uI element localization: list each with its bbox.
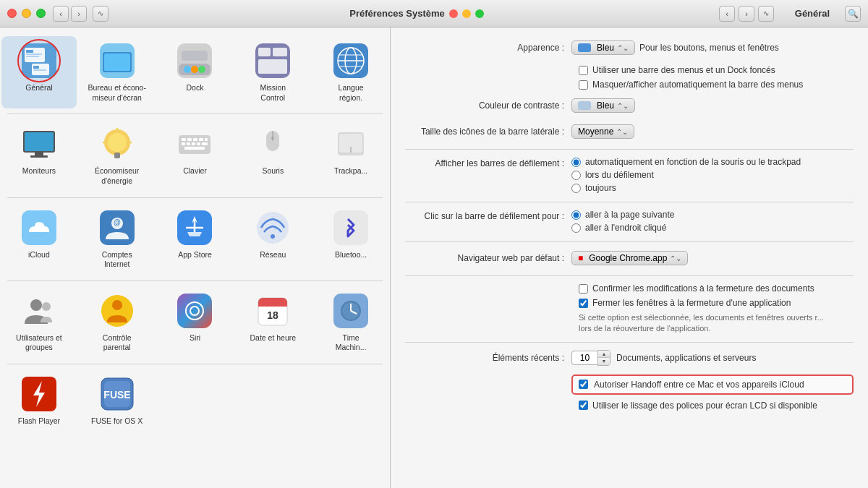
navigateur-control: ■ Google Chrome.app ⌃⌄ xyxy=(571,251,854,265)
svg-point-69 xyxy=(112,300,122,310)
confirmer-checkbox[interactable] xyxy=(579,284,588,294)
handoff-checkbox[interactable] xyxy=(579,380,588,389)
sidebar-item-flash[interactable]: Flash Player xyxy=(1,369,77,432)
defilement-radio-always-input[interactable] xyxy=(571,184,581,193)
controle-label: Contrôleparental xyxy=(103,333,132,353)
divider-2 xyxy=(7,197,383,198)
stepper-down-button[interactable]: ▼ xyxy=(598,358,610,365)
contraste-dropdown[interactable]: Bleu ⌃⌄ xyxy=(571,98,635,113)
svg-rect-30 xyxy=(30,155,48,158)
grid-view-button[interactable]: ∿ xyxy=(93,6,109,22)
panel-title: Général xyxy=(783,8,841,19)
reseau-label: Réseau xyxy=(260,250,286,260)
separator-5 xyxy=(405,342,854,343)
svg-rect-75 xyxy=(258,302,287,307)
sidebar-item-souris[interactable]: Souris xyxy=(235,119,310,192)
defilement-radio-always: toujours xyxy=(571,183,801,193)
sidebar-item-comptes[interactable]: @ ComptesInternet xyxy=(80,203,155,275)
back-button[interactable]: ‹ xyxy=(53,6,69,22)
economiseur-label: Économiseurd'énergie xyxy=(95,166,139,186)
fermer-checkbox[interactable] xyxy=(579,299,588,308)
svg-rect-47 xyxy=(197,142,200,145)
sidebar-item-clavier[interactable]: Clavier xyxy=(158,119,233,192)
svg-rect-48 xyxy=(202,142,208,145)
economiseur-icon xyxy=(98,125,136,163)
clic-row: Clic sur la barre de défilement pour : a… xyxy=(405,210,854,233)
defilement-label: Afficher les barres de défilement : xyxy=(405,157,571,168)
sidebar-item-appstore[interactable]: App Store xyxy=(158,203,233,275)
elements-stepper: 10 ▲ ▼ xyxy=(571,350,610,366)
svg-rect-3 xyxy=(26,53,42,55)
sidebar-item-utilisateurs[interactable]: Utilisateurs etgroupes xyxy=(1,286,77,359)
apparence-value: Bleu xyxy=(597,43,614,53)
defilement-row: Afficher les barres de défilement : auto… xyxy=(405,157,854,193)
sidebar-item-trackpad[interactable]: Trackpa... xyxy=(313,119,388,192)
navigateur-dropdown[interactable]: ■ Google Chrome.app ⌃⌄ xyxy=(571,251,688,265)
sidebar-item-general[interactable]: Général xyxy=(1,36,77,108)
separator-3 xyxy=(405,241,854,242)
taille-dropdown[interactable]: Moyenne ⌃⌄ xyxy=(571,124,634,139)
lissage-label: Utiliser le lissage des polices pour écr… xyxy=(592,401,817,411)
sidebar-item-economiseur[interactable]: Économiseurd'énergie xyxy=(80,119,155,192)
svg-point-64 xyxy=(271,234,275,239)
clic-radio-endroit-input[interactable] xyxy=(571,223,581,233)
right-nav: ‹ › ∿ Général 🔍 xyxy=(719,6,861,22)
search-button[interactable]: 🔍 xyxy=(845,6,861,22)
auto-hide-checkbox[interactable] xyxy=(579,80,588,90)
sidebar-item-controle[interactable]: Contrôleparental xyxy=(80,286,155,359)
sidebar-item-moniteurs[interactable]: Moniteurs xyxy=(1,119,77,192)
divider-3 xyxy=(7,281,383,281)
svg-rect-10 xyxy=(104,53,130,71)
sidebar-item-bureau[interactable]: Bureau et écono-miseur d'écran xyxy=(80,36,155,108)
dark-menubar-checkbox[interactable] xyxy=(579,66,588,75)
svg-rect-43 xyxy=(205,138,208,141)
clic-radio-page-input[interactable] xyxy=(571,210,581,220)
elements-row: Éléments récents : 10 ▲ ▼ Documents, app… xyxy=(405,350,854,366)
right-grid-button[interactable]: ∿ xyxy=(758,6,774,22)
forward-button[interactable]: › xyxy=(71,6,87,22)
contraste-value: Bleu xyxy=(597,100,614,111)
taille-arrow: ⌃⌄ xyxy=(616,128,628,136)
defilement-radio-auto-input[interactable] xyxy=(571,158,581,167)
sidebar-item-reseau[interactable]: Réseau xyxy=(235,203,310,275)
sidebar-item-siri[interactable]: Siri xyxy=(158,286,233,359)
general-label: Général xyxy=(25,83,52,93)
dark-menubar-label: Utiliser une barre des menus et un Dock … xyxy=(592,65,775,75)
defilement-radio-auto: automatiquement en fonction de la souris… xyxy=(571,157,801,167)
elements-label: Éléments récents : xyxy=(405,353,571,363)
clavier-label: Clavier xyxy=(183,166,207,176)
sidebar-item-langue[interactable]: Languerégion. xyxy=(313,36,388,108)
sidebar-item-fuse[interactable]: FUSE FUSE for OS X xyxy=(80,369,155,432)
sidebar-item-dock[interactable]: Dock xyxy=(158,36,233,108)
right-forward-button[interactable]: › xyxy=(739,6,754,22)
defilement-radio-scroll-input[interactable] xyxy=(571,171,581,180)
fuse-icon: FUSE xyxy=(98,375,136,413)
divider-4 xyxy=(7,364,383,364)
maximize-button[interactable] xyxy=(36,9,46,18)
svg-point-13 xyxy=(184,66,191,73)
right-panel: Apparence : Bleu ⌃⌄ Pour les boutons, me… xyxy=(391,27,868,488)
stepper-up-button[interactable]: ▲ xyxy=(598,351,610,358)
sidebar-item-icloud[interactable]: iCloud xyxy=(1,203,77,275)
apparence-dropdown[interactable]: Bleu ⌃⌄ xyxy=(571,40,635,55)
icloud-icon xyxy=(20,209,58,247)
fuse-label: FUSE for OS X xyxy=(91,416,142,427)
navigateur-arrow: ⌃⌄ xyxy=(670,254,681,262)
defilement-radios: automatiquement en fonction de la souris… xyxy=(571,157,801,193)
sidebar-item-mission[interactable]: MissionControl xyxy=(235,36,310,108)
bureau-icon xyxy=(98,42,136,80)
svg-text:FUSE: FUSE xyxy=(103,389,130,401)
defilement-radio-always-label: toujours xyxy=(585,183,616,193)
auto-hide-row: Masquer/afficher automatiquement la barr… xyxy=(405,80,854,90)
sidebar-item-date[interactable]: 18 Date et heure xyxy=(235,286,310,359)
title-text: Préférences Système xyxy=(349,8,445,19)
minimize-button[interactable] xyxy=(22,9,31,18)
appstore-icon xyxy=(176,209,213,247)
sidebar-item-bluetooth[interactable]: Bluetoo... xyxy=(313,203,388,275)
comptes-label: ComptesInternet xyxy=(102,250,132,270)
sidebar-item-time[interactable]: TimeMachin... xyxy=(313,286,388,359)
close-button[interactable] xyxy=(7,9,17,18)
right-back-button[interactable]: ‹ xyxy=(719,6,735,22)
elements-value: 10 xyxy=(571,351,597,365)
lissage-checkbox[interactable] xyxy=(579,401,588,410)
